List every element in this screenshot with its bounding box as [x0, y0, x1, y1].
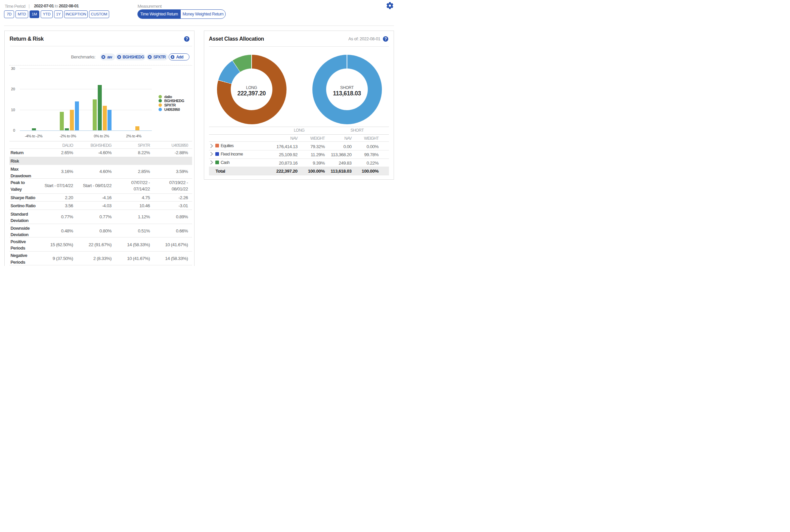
svg-text:?: ?: [185, 37, 188, 41]
svg-text:?: ?: [384, 37, 387, 41]
